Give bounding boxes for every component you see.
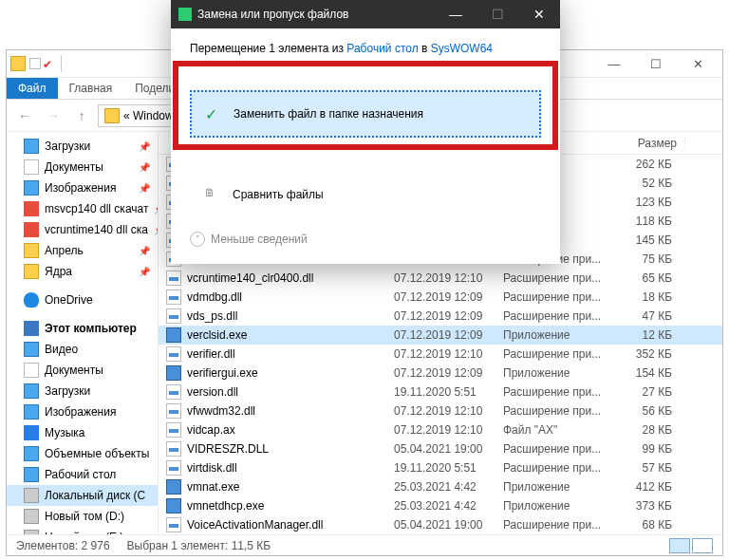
file-icon (166, 271, 181, 286)
tree-item[interactable]: vcruntime140 dll ска📌 (7, 219, 158, 240)
file-size: 18 КБ (619, 290, 685, 304)
tree-item-label: OneDrive (45, 293, 93, 307)
tree-item[interactable]: OneDrive (7, 289, 158, 310)
tree-item-label: Рабочий стол (45, 468, 116, 481)
table-row[interactable]: verifiergui.exe07.12.2019 12:09Приложени… (159, 364, 722, 383)
tree-item-icon (24, 467, 39, 482)
tree-item[interactable]: Этот компьютер (7, 318, 158, 339)
file-icon (166, 517, 181, 532)
pin-icon: 📌 (139, 246, 150, 256)
tree-item[interactable]: Локальный диск (C (7, 485, 158, 506)
replace-skip-dialog: Замена или пропуск файлов — ☐ ✕ Перемеще… (171, 0, 560, 264)
file-type: Приложение (495, 480, 619, 494)
option-compare[interactable]: 🗎 Сравнить файлы (190, 172, 541, 217)
table-row[interactable]: vdmdbg.dll07.12.2019 12:09Расширение при… (159, 288, 722, 307)
tree-item[interactable]: Апрель📌 (7, 240, 158, 261)
view-icons-button[interactable] (692, 538, 713, 553)
table-row[interactable]: vidcap.ax07.12.2019 12:10Файл "AX"28 КБ (159, 420, 722, 439)
file-date: 07.12.2019 12:09 (386, 309, 495, 323)
col-size[interactable]: Размер (619, 137, 685, 150)
dialog-maximize-button[interactable]: ☐ (477, 0, 518, 28)
table-row[interactable]: verclsid.exe07.12.2019 12:09Приложение12… (159, 326, 722, 345)
tree-item-label: Изображения (45, 405, 116, 419)
dialog-minimize-button[interactable]: — (435, 0, 477, 28)
file-icon (166, 441, 181, 457)
check-icon: ✓ (205, 105, 222, 122)
tree-item-icon (24, 530, 39, 534)
file-size: 352 КБ (619, 347, 685, 361)
file-icon (166, 365, 181, 381)
file-size: 28 КБ (619, 423, 685, 437)
minimize-button[interactable]: — (593, 50, 635, 77)
file-date: 19.11.2020 5:51 (386, 461, 495, 475)
tree-item-icon (24, 363, 39, 378)
tree-item[interactable]: Видео (7, 339, 158, 360)
file-date: 07.12.2019 12:10 (386, 423, 495, 437)
table-row[interactable]: version.dll19.11.2020 5:51Расширение при… (159, 383, 722, 401)
table-row[interactable]: vds_ps.dll07.12.2019 12:09Расширение при… (159, 307, 722, 326)
fewer-details-toggle[interactable]: ˄ Меньше сведений (190, 220, 541, 251)
tree-item[interactable]: Новый том (E:) (7, 527, 158, 534)
qa-icon[interactable] (29, 58, 41, 69)
file-name: vcruntime140_clr0400.dll (187, 271, 386, 285)
table-row[interactable]: virtdisk.dll19.11.2020 5:51Расширение пр… (159, 458, 722, 477)
tree-item[interactable]: Новый том (D:) (7, 506, 158, 527)
table-row[interactable]: VoiceActivationManager.dll05.04.2021 19:… (159, 515, 722, 534)
table-row[interactable]: VIDRESZR.DLL05.04.2021 19:00Расширение п… (159, 439, 722, 458)
tree-item[interactable]: Объемные объекты (7, 443, 158, 464)
file-date: 07.12.2019 12:10 (386, 271, 495, 285)
ribbon-home[interactable]: Главная (58, 78, 124, 99)
ribbon-file[interactable]: Файл (7, 78, 58, 99)
source-link[interactable]: Рабочий стол (346, 42, 418, 55)
tree-item[interactable]: Документы (7, 360, 158, 381)
file-date: 07.12.2019 12:10 (386, 347, 495, 361)
option-replace[interactable]: ✓ Заменить файл в папке назначения (190, 90, 541, 138)
tree-item[interactable]: Изображения📌 (7, 177, 158, 198)
dest-link[interactable]: SysWOW64 (431, 42, 493, 55)
tree-item-icon (24, 180, 39, 196)
tree-item[interactable]: Музыка (7, 422, 158, 443)
tree-item-label: Объемные объекты (45, 447, 149, 460)
tree-item-label: msvcp140 dll скачат (45, 202, 148, 215)
tree-item[interactable]: Документы📌 (7, 157, 158, 177)
file-type: Расширение при... (495, 290, 619, 304)
tree-item[interactable]: Ядра📌 (7, 261, 158, 282)
close-button[interactable]: ✕ (677, 50, 719, 77)
folder-icon (10, 56, 26, 71)
chevron-up-icon: ˄ (190, 232, 205, 247)
nav-up-button[interactable]: ↑ (69, 104, 94, 127)
dialog-close-button[interactable]: ✕ (518, 0, 560, 28)
file-date: 07.12.2019 12:09 (386, 328, 495, 342)
maximize-button[interactable]: ☐ (635, 50, 677, 77)
tree-item[interactable]: msvcp140 dll скачат📌 (7, 198, 158, 219)
nav-tree[interactable]: Загрузки📌Документы📌Изображения📌msvcp140 … (7, 132, 159, 534)
tree-item-icon (24, 509, 39, 524)
nav-forward-button[interactable]: → (41, 104, 65, 127)
tree-item[interactable]: Загрузки (7, 381, 158, 401)
file-size: 75 КБ (619, 252, 685, 266)
tree-item[interactable]: Загрузки📌 (7, 136, 158, 157)
file-type: Файл "AX" (495, 423, 619, 437)
status-bar: Элементов: 2 976 Выбран 1 элемент: 11,5 … (7, 534, 722, 555)
option-compare-label: Сравнить файлы (233, 188, 324, 201)
tree-item[interactable]: Рабочий стол (7, 464, 158, 485)
file-date: 25.03.2021 4:42 (386, 480, 495, 494)
file-type: Расширение при... (495, 309, 619, 323)
table-row[interactable]: vmnetdhcp.exe25.03.2021 4:42Приложение37… (159, 496, 722, 515)
table-row[interactable]: vcruntime140_clr0400.dll07.12.2019 12:10… (159, 269, 722, 288)
file-type: Расширение при... (495, 404, 619, 418)
tree-item-label: Загрузки (45, 384, 90, 398)
view-details-button[interactable] (669, 538, 690, 553)
qa-check-icon[interactable]: ✔ (43, 58, 54, 69)
folder-icon (104, 108, 120, 123)
tree-item[interactable]: Изображения (7, 401, 158, 422)
table-row[interactable]: vmnat.exe25.03.2021 4:42Приложение412 КБ (159, 477, 722, 496)
file-size: 52 КБ (619, 177, 685, 190)
nav-back-button[interactable]: ← (12, 104, 37, 127)
table-row[interactable]: vfwwdm32.dll07.12.2019 12:10Расширение п… (159, 401, 722, 420)
file-size: 154 КБ (619, 366, 685, 380)
table-row[interactable]: verifier.dll07.12.2019 12:10Расширение п… (159, 345, 722, 364)
tree-item-label: Новый том (D:) (45, 510, 124, 523)
tree-item-label: Апрель (45, 244, 84, 257)
file-type: Приложение (495, 499, 619, 513)
